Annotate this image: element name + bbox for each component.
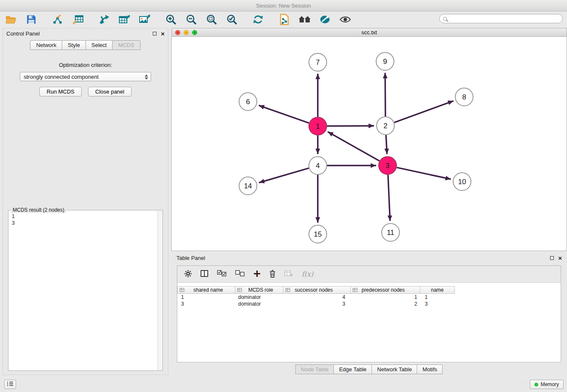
zoom-fit-icon [206,14,217,26]
tab-select[interactable]: Select [85,40,113,50]
close-panel-icon[interactable]: × [161,30,165,37]
zoom-out-icon [186,14,197,26]
column-header-successor-nodes[interactable]: successor nodes [283,286,351,294]
neighbors-button[interactable] [298,13,311,27]
zoom-in-button[interactable] [164,13,178,27]
column-header-name[interactable]: name [420,286,455,294]
tab-node-table[interactable]: Node Table [295,364,334,374]
show-details-button[interactable] [339,13,352,27]
select-all-columns-button[interactable] [217,270,227,278]
clone-view-button[interactable] [278,13,291,27]
import-table-icon [72,14,84,26]
cell-shared-name[interactable]: 3 [177,301,235,307]
delete-table-button-disabled[interactable] [284,271,293,278]
import-network-button[interactable] [51,13,64,27]
search-input[interactable] [449,16,562,22]
file-group [4,13,38,27]
float-table-panel-icon[interactable] [550,256,554,260]
cell-mcds-role[interactable]: dominator [235,294,284,300]
refresh-group [251,13,265,27]
memory-label: Memory [541,381,559,387]
save-session-button[interactable] [25,13,38,27]
import-table-button[interactable] [71,13,85,27]
control-panel-header: Control Panel × [3,28,168,39]
table-toolbar: f(x) [177,266,561,283]
cell-name[interactable]: 3 [421,301,457,307]
delete-column-button[interactable] [269,270,276,279]
cell-predecessor-nodes[interactable]: 2 [352,301,421,307]
graph-edge[interactable] [385,73,385,116]
houses-icon [298,14,311,26]
column-layout-button[interactable] [201,270,209,279]
optimization-criterion-select[interactable]: strongly connected component [20,72,151,81]
export-table-button[interactable] [118,13,131,27]
result-scrollbar[interactable] [157,210,162,370]
graph-node-label: 7 [316,58,319,66]
column-header-shared-name[interactable]: shared name [177,286,235,294]
zoom-out-button[interactable] [184,13,198,27]
table-row[interactable]: 1 dominator 4 1 1 [177,294,561,301]
document-network-icon [279,14,290,27]
close-window-icon[interactable]: × [175,30,180,35]
cell-successor-nodes[interactable]: 4 [284,294,352,300]
maximize-window-icon[interactable]: + [192,30,197,35]
cell-predecessor-nodes[interactable]: 1 [352,294,421,300]
deselect-all-columns-button[interactable] [235,270,245,278]
table-panel-title: Table Panel [176,255,205,261]
import-group [51,13,85,27]
search-box[interactable] [439,14,563,23]
graph-edge[interactable] [397,168,451,179]
graph-edge[interactable] [259,105,309,123]
zoom-fit-button[interactable] [205,13,218,27]
graph-edge[interactable] [327,126,374,126]
tab-edge-table[interactable]: Edge Table [333,364,372,374]
task-history-button[interactable] [4,380,16,389]
minimize-window-icon[interactable]: − [184,30,189,35]
graph-edge[interactable] [388,175,390,221]
run-mcds-button[interactable]: Run MCDS [39,87,82,97]
tab-network-table[interactable]: Network Table [372,364,417,374]
refresh-arrows-icon [253,14,264,26]
column-header-predecessor-nodes[interactable]: predecessor nodes [350,286,420,294]
window-titlebar[interactable]: Session: New Session [0,0,567,11]
open-folder-icon [6,15,17,25]
table-row[interactable]: 3 dominator 3 2 3 [177,301,561,307]
cell-successor-nodes[interactable]: 3 [284,301,352,307]
new-network-button[interactable] [97,13,111,27]
float-panel-icon[interactable] [153,32,157,36]
graph-edge[interactable] [394,101,454,122]
search-icon [443,17,447,21]
import-network-icon [52,14,63,26]
column-header-mcds-role[interactable]: MCDS role [235,286,284,294]
close-table-panel-icon[interactable]: × [558,255,562,261]
tab-network[interactable]: Network [30,40,62,50]
mcds-result-list[interactable]: 1 3 [8,210,162,229]
graph-edge[interactable] [259,168,309,182]
add-column-button[interactable] [253,270,261,279]
graph-edge[interactable] [386,135,387,154]
graph-node-label: 6 [246,98,250,106]
graph-edge[interactable] [328,132,380,161]
close-panel-button[interactable]: Close panel [88,87,132,97]
network-canvas[interactable]: 7968124314101511 [172,37,567,251]
cell-shared-name[interactable]: 1 [177,294,235,300]
control-panel: Control Panel × Network Style Select MCD… [3,28,168,375]
zoom-in-icon [165,14,176,26]
zoom-selected-button[interactable] [225,13,239,27]
graph-node-label: 10 [458,178,466,186]
tab-motifs[interactable]: Motifs [417,364,443,374]
annotations-button[interactable] [318,13,332,27]
network-view-titlebar[interactable]: × − + scc.txt [172,28,567,37]
apply-layout-button[interactable] [251,13,265,27]
tab-mcds[interactable]: MCDS [112,40,140,50]
traffic-lights: × − + [175,30,197,35]
tab-style[interactable]: Style [62,40,86,50]
export-image-button[interactable] [138,13,151,27]
memory-button[interactable]: Memory [530,380,564,389]
table-settings-button[interactable] [184,270,192,279]
cell-mcds-role[interactable]: dominator [235,301,284,307]
column-type-icon [237,288,242,294]
function-builder-button[interactable]: f(x) [302,270,313,278]
open-session-button[interactable] [4,13,18,27]
cell-name[interactable]: 1 [421,294,457,300]
